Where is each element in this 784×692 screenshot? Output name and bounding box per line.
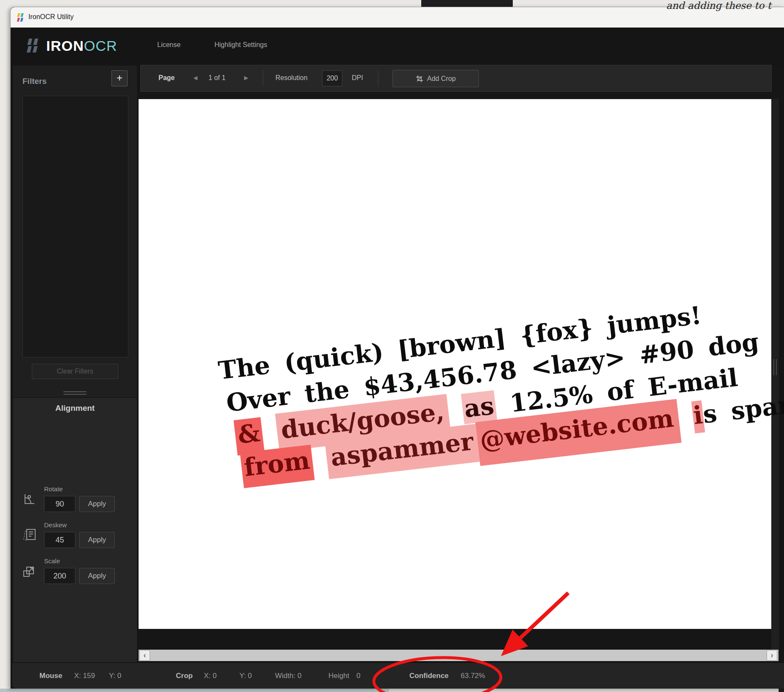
- deskew-apply-button[interactable]: Apply: [79, 532, 115, 548]
- add-crop-button[interactable]: Add Crop: [392, 70, 479, 87]
- filters-heading: Filters: [22, 77, 47, 86]
- crop-height-value: 0: [356, 672, 360, 680]
- rotate-icon: [22, 492, 37, 506]
- alignment-heading: Alignment: [13, 404, 137, 413]
- rotate-input[interactable]: 90: [44, 496, 75, 512]
- dpi-label: DPI: [352, 74, 363, 82]
- background-page-text: and adding these to t: [666, 0, 784, 11]
- crop-label: Crop: [176, 672, 193, 680]
- add-filter-button[interactable]: +: [111, 70, 128, 86]
- background-strip: [0, 689, 389, 692]
- logo-text: IRONOCR: [46, 38, 117, 54]
- mouse-x-value: X: 159: [74, 672, 95, 680]
- crop-x-value: X: 0: [204, 672, 217, 680]
- sidebar-splitter-handle[interactable]: [13, 390, 137, 397]
- rotate-apply-button[interactable]: Apply: [79, 496, 115, 512]
- menu-highlight-settings[interactable]: Highlight Settings: [214, 41, 267, 49]
- sidebar: Filters + Clear Filters Alignment Rotate…: [13, 66, 137, 662]
- page-label: Page: [158, 74, 175, 82]
- scale-apply-button[interactable]: Apply: [79, 568, 115, 584]
- background-strip: [389, 689, 784, 692]
- scale-icon: [22, 564, 37, 578]
- window-title: IronOCR Utility: [28, 13, 74, 21]
- horizontal-scrollbar[interactable]: ‹ ›: [139, 650, 778, 661]
- add-crop-label: Add Crop: [427, 75, 456, 83]
- crop-y-value: Y: 0: [239, 672, 252, 680]
- deskew-input[interactable]: 45: [44, 532, 75, 548]
- document-toolbar: Page ◀ 1 of 1 ▶ Resolution 200 DPI Add C…: [140, 65, 772, 92]
- toolbar-separator: [378, 70, 378, 86]
- ironocr-window: IronOCR Utility IRONOCR License Highligh…: [10, 7, 784, 689]
- filters-list[interactable]: [22, 96, 128, 357]
- ocr-highlighted-word: as: [461, 390, 497, 424]
- screen: and adding these to t IronOCR Utility: [0, 0, 784, 692]
- toolbar-separator: [263, 70, 263, 86]
- app-header: IRONOCR License Highlight Settings: [11, 28, 784, 66]
- mouse-y-value: Y: 0: [109, 672, 121, 680]
- crop-height-label: Height: [328, 672, 349, 680]
- crop-icon: [416, 75, 423, 83]
- next-page-icon[interactable]: ▶: [244, 75, 248, 81]
- scroll-left-button[interactable]: ‹: [139, 650, 150, 661]
- deskew-icon: [22, 528, 37, 542]
- prev-page-icon[interactable]: ◀: [193, 75, 197, 81]
- status-bar: Mouse X: 159 Y: 0 Crop X: 0 Y: 0 Width: …: [12, 662, 784, 689]
- background-window-fragment: [421, 0, 513, 7]
- resolution-label: Resolution: [275, 74, 308, 82]
- crop-width-value: Width: 0: [275, 672, 301, 680]
- deskew-label: Deskew: [44, 521, 67, 529]
- ironocr-logo: IRONOCR: [25, 37, 117, 54]
- resolution-input[interactable]: 200: [322, 70, 342, 86]
- confidence-value: 63.72%: [461, 672, 485, 680]
- scale-input[interactable]: 200: [44, 568, 75, 584]
- page-indicator: 1 of 1: [209, 74, 225, 82]
- ironocr-logo-icon: [25, 37, 42, 54]
- menu-license[interactable]: License: [157, 41, 181, 49]
- scale-label: Scale: [44, 557, 60, 565]
- ironocr-app-icon: [17, 13, 26, 22]
- clear-filters-button[interactable]: Clear Filters: [32, 364, 118, 379]
- mouse-label: Mouse: [39, 672, 62, 680]
- rotate-label: Rotate: [44, 485, 63, 493]
- confidence-label: Confidence: [409, 672, 449, 680]
- scroll-right-button[interactable]: ›: [767, 650, 777, 661]
- alignment-section: Alignment Rotate 90 Apply Deskew 45: [13, 397, 137, 662]
